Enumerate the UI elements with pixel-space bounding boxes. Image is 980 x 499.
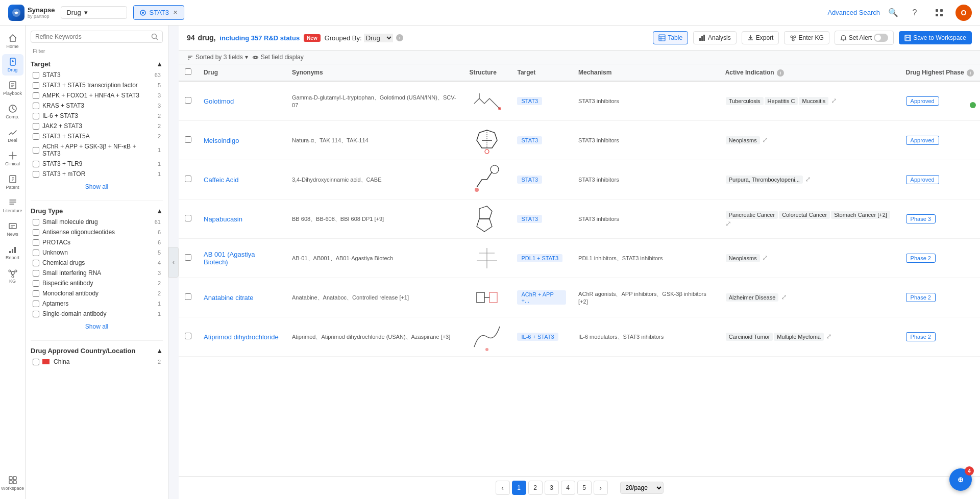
filter-target-checkbox-3[interactable] <box>33 103 39 109</box>
filter-drug-type-item-7[interactable]: Monoclonal antibody 2 <box>31 288 163 298</box>
grouped-by-select[interactable]: Drug Target <box>364 34 393 42</box>
filter-search-box[interactable] <box>31 31 163 43</box>
row-checkbox-cell[interactable] <box>179 199 198 239</box>
row-checkbox-cell[interactable] <box>179 121 198 160</box>
filter-drug-type-checkbox-2[interactable] <box>33 239 39 246</box>
rd-status-link[interactable]: including 357 R&D status <box>219 34 300 42</box>
sidebar-item-kg[interactable]: KG <box>2 265 23 287</box>
row-checkbox-cell[interactable] <box>179 81 198 121</box>
filter-drug-type-checkbox-6[interactable] <box>33 280 39 287</box>
filter-drug-type-item-4[interactable]: Chemical drugs 4 <box>31 258 163 268</box>
filter-target-item-5[interactable]: JAK2 + STAT3 2 <box>31 121 163 131</box>
help-icon[interactable]: ? <box>906 5 923 21</box>
filter-drug-type-item-3[interactable]: Unknown 5 <box>31 247 163 258</box>
filter-drug-type-checkbox-0[interactable] <box>33 219 39 226</box>
filter-target-item-4[interactable]: IL-6 + STAT3 2 <box>31 111 163 121</box>
filter-target-item-8[interactable]: STAT3 + TLR9 1 <box>31 159 163 169</box>
drug-link-1[interactable]: Meisoindigo <box>204 137 239 144</box>
filter-target-checkbox-7[interactable] <box>33 147 39 154</box>
filter-drug-type-checkbox-5[interactable] <box>33 270 39 277</box>
filter-drug-type-checkbox-8[interactable] <box>33 301 39 307</box>
filter-target-show-all[interactable]: Show all <box>31 181 163 192</box>
expand-icon[interactable]: ⤢ <box>781 293 787 301</box>
drug-link-5[interactable]: Anatabine citrate <box>204 294 254 302</box>
set-alert-button[interactable]: Set Alert <box>835 31 894 45</box>
filter-drug-type-checkbox-9[interactable] <box>33 311 39 317</box>
search-icon[interactable]: 🔍 <box>888 8 898 17</box>
row-checkbox-1[interactable] <box>185 136 191 143</box>
floating-action-button[interactable]: ⊕ 4 <box>949 468 972 491</box>
row-checkbox-cell[interactable] <box>179 160 198 199</box>
row-checkbox-4[interactable] <box>185 254 191 261</box>
sidebar-item-literature[interactable]: Literature <box>2 195 23 216</box>
expand-icon[interactable]: ⤢ <box>831 96 837 105</box>
page-button-3[interactable]: 3 <box>545 481 559 495</box>
filter-target-item-7[interactable]: AChR + APP + GSK-3β + NF-κB + STAT3 1 <box>31 141 163 159</box>
row-checkbox-cell[interactable] <box>179 278 198 317</box>
filter-drug-type-item-6[interactable]: Bispecific antibody 2 <box>31 278 163 288</box>
sidebar-item-drug[interactable]: Drug <box>2 54 23 76</box>
filter-drug-type-item-1[interactable]: Antisense oligonucleotides 6 <box>31 227 163 237</box>
advanced-search-link[interactable]: Advanced Search <box>827 9 880 16</box>
select-all-header[interactable] <box>179 64 198 81</box>
filter-target-checkbox-6[interactable] <box>33 133 39 140</box>
filter-drug-type-item-5[interactable]: Small interfering RNA 3 <box>31 268 163 278</box>
row-checkbox-6[interactable] <box>185 333 191 339</box>
filter-country-item-0[interactable]: China 2 <box>31 357 163 367</box>
filter-drug-type-item-9[interactable]: Single-domain antibody 1 <box>31 309 163 319</box>
filter-target-checkbox-0[interactable] <box>33 72 39 79</box>
sidebar-item-news[interactable]: News <box>2 218 23 240</box>
phase-info-icon[interactable]: i <box>967 69 974 77</box>
prev-page-button[interactable]: ‹ <box>496 481 510 495</box>
sidebar-item-workspace[interactable]: Workspace <box>2 472 23 494</box>
filter-drug-type-checkbox-1[interactable] <box>33 229 39 236</box>
filter-target-item-6[interactable]: STAT3 + STAT5A 2 <box>31 131 163 141</box>
field-display-button[interactable]: Set field display <box>252 54 304 61</box>
filter-target-header[interactable]: Target ▲ <box>31 58 163 70</box>
analysis-view-button[interactable]: Analysis <box>693 31 737 44</box>
filter-target-item-1[interactable]: STAT3 + STAT5 transcription factor 5 <box>31 80 163 90</box>
next-page-button[interactable]: › <box>594 481 608 495</box>
filter-target-item-0[interactable]: STAT3 63 <box>31 70 163 80</box>
row-checkbox-3[interactable] <box>185 215 191 221</box>
collapse-filter-button[interactable]: ‹ <box>168 247 179 278</box>
filter-drug-type-item-2[interactable]: PROTACs 6 <box>31 237 163 247</box>
sidebar-item-clinical[interactable]: Clinical <box>2 148 23 169</box>
sidebar-item-deal[interactable]: Deal <box>2 124 23 146</box>
filter-drug-type-checkbox-7[interactable] <box>33 290 39 297</box>
filter-target-checkbox-8[interactable] <box>33 161 39 167</box>
drug-link-6[interactable]: Atiprimod dihydrochloride <box>204 333 279 341</box>
filter-drug-type-header[interactable]: Drug Type ▲ <box>31 205 163 217</box>
sidebar-item-report[interactable]: Report <box>2 242 23 263</box>
filter-target-checkbox-5[interactable] <box>33 123 39 130</box>
sidebar-item-patent[interactable]: Patent <box>2 171 23 193</box>
save-workspace-button[interactable]: Save to Workspace <box>899 31 972 44</box>
page-button-5[interactable]: 5 <box>577 481 592 495</box>
filter-drug-type-show-all[interactable]: Show all <box>31 321 163 332</box>
tab-stat3[interactable]: STAT3 ✕ <box>133 5 184 20</box>
sidebar-item-playbook[interactable]: Playbook <box>2 78 23 99</box>
row-checkbox-2[interactable] <box>185 176 191 182</box>
grouped-by-info-icon[interactable]: i <box>396 34 403 41</box>
user-avatar[interactable]: O <box>955 5 972 21</box>
expand-icon[interactable]: ⤢ <box>725 219 731 228</box>
filter-target-checkbox-2[interactable] <box>33 92 39 99</box>
per-page-select[interactable]: 20/page 50/page 100/page <box>620 482 664 494</box>
indication-info-icon[interactable]: i <box>777 69 784 77</box>
drug-link-0[interactable]: Golotimod <box>204 97 234 105</box>
row-checkbox-0[interactable] <box>185 97 191 104</box>
filter-drug-type-checkbox-3[interactable] <box>33 250 39 256</box>
filter-drug-type-checkbox-4[interactable] <box>33 260 39 266</box>
filter-target-checkbox-1[interactable] <box>33 82 39 89</box>
filter-target-item-2[interactable]: AMPK + FOXO1 + HNF4A + STAT3 3 <box>31 90 163 101</box>
filter-country-header[interactable]: Drug Approved Country/Location ▲ <box>31 345 163 357</box>
export-button[interactable]: Export <box>742 31 779 44</box>
sidebar-item-home[interactable]: Home <box>2 31 23 52</box>
filter-target-item-9[interactable]: STAT3 + mTOR 1 <box>31 169 163 179</box>
expand-icon[interactable]: ⤢ <box>762 254 768 262</box>
filter-target-checkbox-9[interactable] <box>33 171 39 178</box>
enter-kg-button[interactable]: Enter KG <box>784 31 829 44</box>
filter-target-checkbox-4[interactable] <box>33 113 39 119</box>
select-all-checkbox[interactable] <box>185 68 191 75</box>
logo[interactable]: Synapse by partnop <box>8 5 55 21</box>
